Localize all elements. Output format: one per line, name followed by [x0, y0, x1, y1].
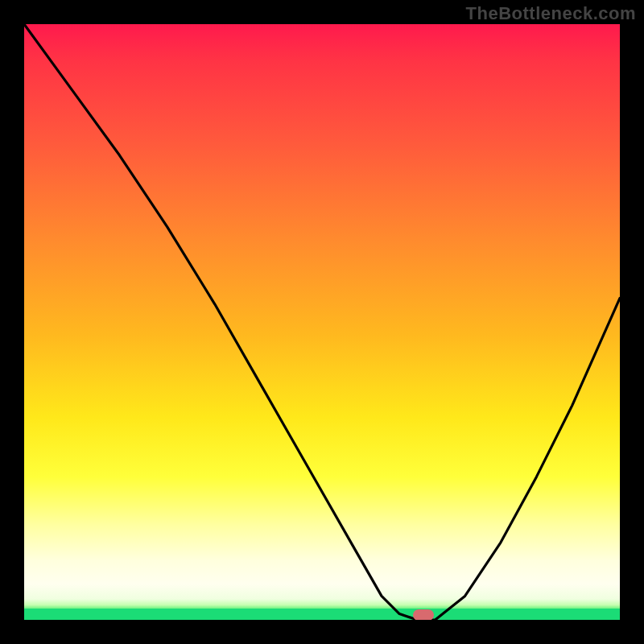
bottleneck-curve — [24, 24, 620, 620]
watermark-text: TheBottleneck.com — [466, 3, 636, 24]
plot-area — [24, 24, 620, 620]
optimal-point-marker — [413, 609, 434, 620]
chart-frame: TheBottleneck.com — [0, 0, 644, 644]
